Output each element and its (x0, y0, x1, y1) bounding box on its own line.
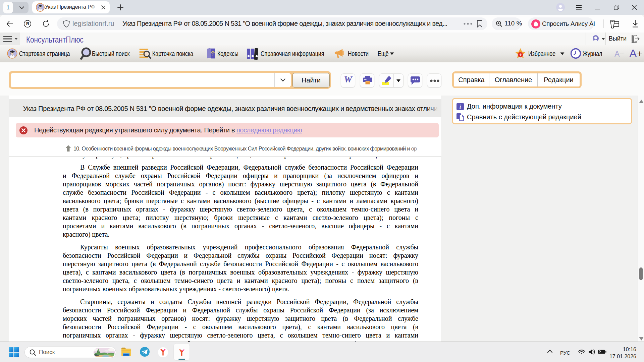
svg-text:i: i (460, 104, 461, 110)
svg-text:Я: Я (26, 21, 29, 26)
